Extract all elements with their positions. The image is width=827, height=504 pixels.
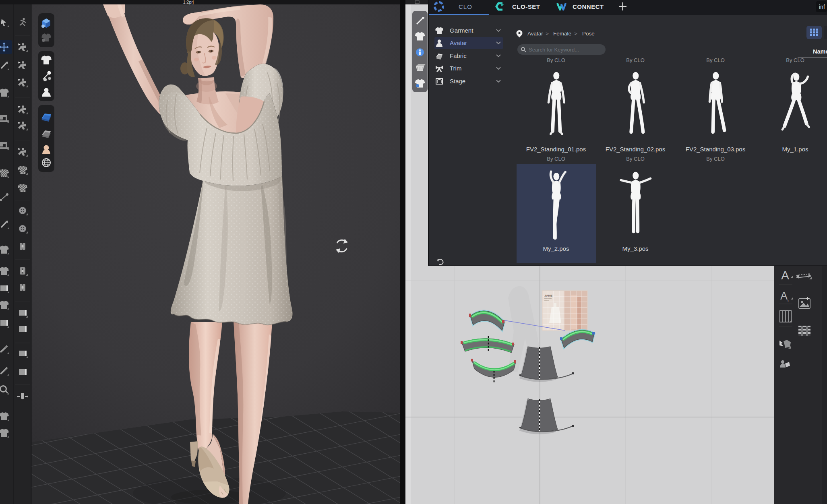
svg-text:,: , (787, 295, 789, 302)
svg-text:A: A (781, 269, 789, 282)
svg-text:FV2_Standing_01.pos: FV2_Standing_01.pos (526, 146, 586, 153)
svg-text:Pose: Pose (582, 31, 595, 37)
svg-text:By CLO: By CLO (547, 156, 565, 162)
svg-text:My_3.pos: My_3.pos (622, 245, 648, 252)
svg-text:FV2_Standing_03.pos: FV2_Standing_03.pos (686, 146, 745, 153)
svg-text:By CLO: By CLO (626, 57, 645, 63)
svg-text:>: > (574, 31, 577, 37)
svg-text:A: A (780, 290, 788, 302)
svg-text:Female: Female (553, 31, 571, 37)
svg-text:By CLO: By CLO (706, 156, 725, 162)
svg-text:Garment: Garment (450, 27, 473, 34)
svg-text:FV2_Standing_02.pos: FV2_Standing_02.pos (606, 146, 665, 153)
svg-text:By CLO: By CLO (706, 57, 725, 63)
svg-text:Stage: Stage (450, 78, 465, 85)
svg-text:By CLO: By CLO (626, 156, 645, 162)
svg-text:Avatar: Avatar (527, 31, 543, 37)
svg-text:My_2.pos: My_2.pos (543, 245, 569, 252)
svg-text:Trim: Trim (450, 65, 461, 72)
svg-text:Name: Name (813, 48, 827, 55)
svg-text:>: > (546, 31, 549, 37)
svg-text:Avatar: Avatar (450, 39, 467, 46)
svg-text:1:2prj: 1:2prj (183, 0, 194, 4)
svg-text:Search for Keyword...: Search for Keyword... (529, 47, 579, 53)
svg-text:By CLO: By CLO (786, 57, 804, 63)
svg-text:By CLO: By CLO (547, 57, 565, 63)
svg-text:Fabric: Fabric (450, 52, 467, 59)
svg-text:CONNECT: CONNECT (573, 3, 604, 10)
svg-text:inf: inf (819, 4, 825, 10)
svg-text:JANE: JANE (544, 294, 552, 297)
svg-text:CLO-SET: CLO-SET (512, 3, 540, 10)
svg-text:CLO: CLO (459, 3, 472, 10)
svg-text:My_1.pos: My_1.pos (782, 146, 808, 153)
